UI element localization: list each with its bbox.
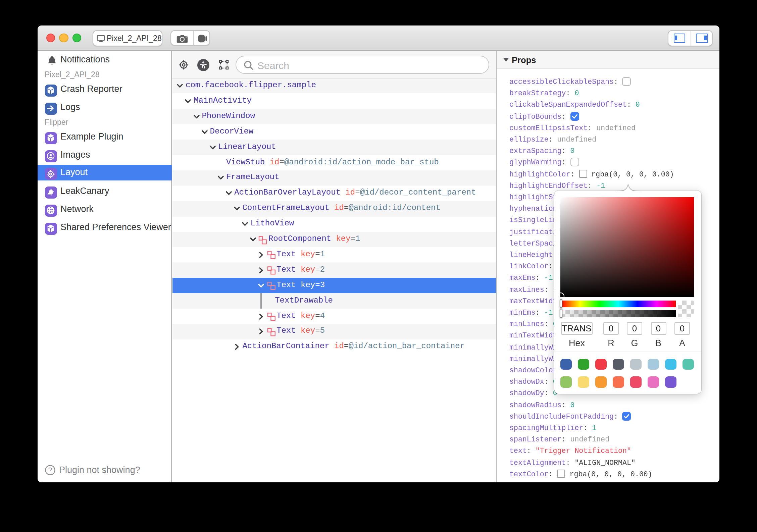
svg-text:?: ? — [48, 466, 52, 473]
